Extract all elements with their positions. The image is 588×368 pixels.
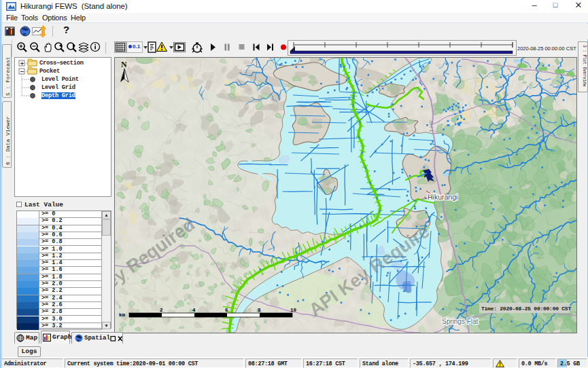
svg-text:6: 6 xyxy=(225,308,228,313)
svg-text:SH 1: SH 1 xyxy=(428,120,434,132)
svg-text:Time: 2020-08-25 00:00:00 CST: Time: 2020-08-25 00:00:00 CST xyxy=(481,306,571,312)
svg-text:10: 10 xyxy=(290,308,297,313)
svg-text:km: km xyxy=(119,312,126,318)
svg-text:Hikurangi: Hikurangi xyxy=(428,193,457,201)
svg-text:8: 8 xyxy=(258,308,261,313)
svg-text:2: 2 xyxy=(160,308,163,313)
svg-text:Springs Flat: Springs Flat xyxy=(442,318,479,325)
svg-text:4: 4 xyxy=(192,308,196,313)
svg-text:N: N xyxy=(121,60,127,69)
